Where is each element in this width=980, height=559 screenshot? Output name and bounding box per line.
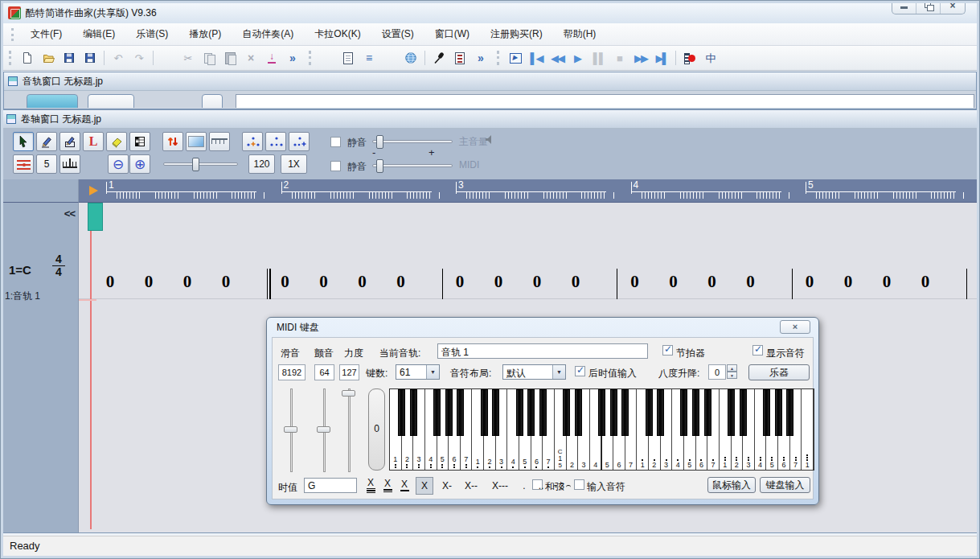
mini-ruler-button[interactable] bbox=[209, 132, 230, 151]
score-measure-5[interactable]: 0000 bbox=[806, 272, 978, 304]
track-button-stub[interactable] bbox=[27, 94, 78, 108]
grid-tool-button[interactable] bbox=[129, 132, 150, 151]
note-layout-dropdown[interactable]: 默认 ▼ bbox=[502, 364, 566, 380]
black-key[interactable] bbox=[563, 389, 570, 436]
zoom-slider-thumb[interactable] bbox=[192, 158, 199, 171]
duration-button-2[interactable]: X bbox=[399, 477, 410, 495]
paste-button[interactable] bbox=[220, 48, 240, 68]
black-key[interactable] bbox=[410, 389, 417, 436]
position-cursor[interactable] bbox=[88, 203, 103, 231]
rest-note[interactable]: 0 bbox=[531, 272, 543, 292]
redo-button[interactable]: ↷ bbox=[129, 48, 149, 68]
menu-item-9[interactable]: 帮助(H) bbox=[553, 24, 607, 44]
vibrato-slider[interactable] bbox=[317, 388, 331, 472]
zoom-in-button[interactable]: ⊕ bbox=[129, 154, 150, 174]
open-button[interactable] bbox=[39, 48, 58, 68]
velocity-slider[interactable] bbox=[342, 388, 356, 472]
ruler-measure-2[interactable]: 2 bbox=[281, 179, 457, 202]
mute-midi-checkbox[interactable] bbox=[330, 161, 341, 171]
mouse-input-button[interactable]: 鼠标输入 bbox=[707, 477, 756, 493]
track-window-titlebar[interactable]: 音轨窗口 无标题.jp bbox=[4, 72, 976, 91]
overflow2-button[interactable]: » bbox=[471, 48, 490, 68]
black-key[interactable] bbox=[728, 389, 735, 436]
main-volume-thumb[interactable] bbox=[376, 135, 383, 149]
blue-box-button[interactable] bbox=[186, 132, 207, 151]
black-key[interactable] bbox=[481, 389, 488, 436]
ruler-measure-5[interactable]: 5 bbox=[806, 179, 980, 202]
menu-item-7[interactable]: 窗口(W) bbox=[424, 24, 480, 44]
white-key-36[interactable]: 1 bbox=[802, 389, 814, 470]
black-key[interactable] bbox=[457, 389, 464, 436]
octave-shift-value[interactable]: 0 bbox=[708, 364, 726, 380]
rest-note[interactable]: 0 bbox=[219, 272, 232, 292]
rest-note[interactable]: 0 bbox=[706, 272, 719, 292]
black-key[interactable] bbox=[516, 389, 523, 436]
close-button[interactable]: × bbox=[941, 0, 965, 14]
duration-button-8[interactable]: .. bbox=[535, 477, 547, 495]
pencil-tool-button[interactable] bbox=[36, 132, 57, 151]
octave-spin-up-icon[interactable]: ▲ bbox=[727, 364, 737, 372]
rest-note[interactable]: 0 bbox=[629, 272, 642, 292]
red-lines-button[interactable] bbox=[13, 154, 34, 174]
rewind-button[interactable]: ◀◀ bbox=[547, 48, 567, 68]
rest-note[interactable]: 0 bbox=[744, 272, 757, 292]
duration-input[interactable]: G bbox=[304, 478, 357, 493]
playhead-marker[interactable] bbox=[89, 186, 98, 195]
black-key[interactable] bbox=[680, 389, 687, 436]
black-key[interactable] bbox=[527, 389, 535, 436]
rest-note[interactable]: 0 bbox=[880, 272, 893, 292]
rest-note[interactable]: 0 bbox=[142, 272, 155, 292]
ruler-measure-3[interactable]: 3 bbox=[456, 179, 631, 202]
mixer-button[interactable] bbox=[506, 48, 525, 68]
rest-note[interactable]: 0 bbox=[356, 272, 369, 292]
layout-dropdown-arrow-icon[interactable]: ▼ bbox=[552, 365, 565, 379]
rest-note[interactable]: 0 bbox=[492, 272, 505, 292]
main-volume-slider[interactable] bbox=[372, 140, 453, 143]
play-button[interactable]: ▶ bbox=[568, 48, 588, 68]
menu-item-8[interactable]: 注册购买(R) bbox=[480, 24, 553, 44]
ruler[interactable]: 12345 bbox=[79, 179, 978, 203]
black-key[interactable] bbox=[704, 389, 711, 436]
black-key[interactable] bbox=[598, 389, 605, 436]
lyric-tool-button[interactable]: L bbox=[83, 132, 104, 151]
vibrato-thumb[interactable] bbox=[317, 426, 330, 433]
track-button-stub2[interactable] bbox=[88, 94, 134, 108]
duration-button-5[interactable]: X-- bbox=[461, 477, 482, 495]
instrument-button[interactable]: 乐器 bbox=[748, 364, 810, 380]
track-bars-button[interactable] bbox=[318, 48, 337, 68]
midi-volume-thumb[interactable] bbox=[376, 159, 383, 173]
rest-note[interactable]: 0 bbox=[279, 272, 292, 292]
zoom-slider[interactable] bbox=[163, 162, 238, 166]
dots-plus-orange-button[interactable] bbox=[242, 132, 263, 151]
rest-note[interactable]: 0 bbox=[104, 272, 117, 292]
show-notes-checkbox[interactable] bbox=[752, 345, 763, 356]
black-key[interactable] bbox=[657, 389, 664, 436]
insert-note-button[interactable] bbox=[158, 48, 177, 68]
current-track-input[interactable]: 音轨 1 bbox=[437, 343, 648, 359]
menu-item-1[interactable]: 编辑(E) bbox=[72, 24, 125, 44]
slide-value-box[interactable]: 8192 bbox=[278, 364, 305, 380]
minimize-button[interactable] bbox=[892, 0, 916, 14]
ffwd-button[interactable]: ▶▶ bbox=[631, 48, 650, 68]
save-all-button[interactable] bbox=[80, 48, 100, 68]
midi-dialog-close-button[interactable]: × bbox=[780, 320, 810, 334]
record-button[interactable] bbox=[680, 48, 699, 68]
black-key[interactable] bbox=[692, 389, 699, 436]
velocity-value-box[interactable]: 127 bbox=[339, 364, 359, 380]
dots-plus-blue-button[interactable] bbox=[289, 132, 310, 151]
piano-ruler-button[interactable] bbox=[380, 48, 400, 68]
rest-note[interactable]: 0 bbox=[803, 272, 816, 292]
slide-thumb[interactable] bbox=[284, 426, 297, 433]
rest-note[interactable]: 0 bbox=[395, 272, 408, 292]
duration-button-7[interactable]: . bbox=[519, 477, 530, 495]
collapse-panel-button[interactable]: << bbox=[64, 208, 75, 220]
black-key[interactable] bbox=[646, 389, 653, 436]
black-key[interactable] bbox=[786, 389, 793, 436]
copy-button[interactable] bbox=[199, 48, 219, 68]
black-key[interactable] bbox=[763, 389, 770, 436]
updown-arrows-button[interactable] bbox=[162, 132, 183, 151]
velocity-thumb[interactable] bbox=[342, 390, 355, 397]
globe-button[interactable] bbox=[401, 48, 420, 68]
piano-keyboard[interactable]: 12345671234567C15234567123456712345671 bbox=[389, 388, 814, 471]
keyboard-input-button[interactable]: 键盘输入 bbox=[760, 477, 810, 493]
